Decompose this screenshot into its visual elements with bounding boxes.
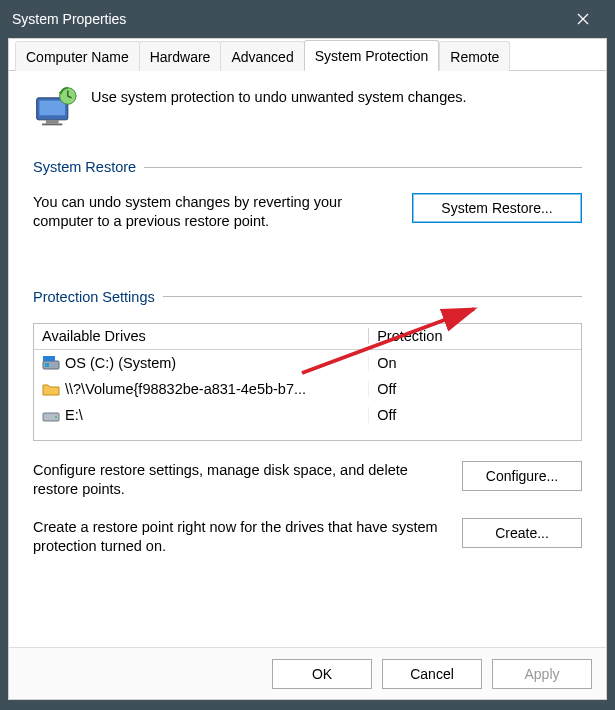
svg-rect-3 — [42, 124, 62, 126]
drive-name: E:\ — [65, 407, 83, 423]
ok-button[interactable]: OK — [272, 659, 372, 689]
drive-row[interactable]: \\?\Volume{f98832be-a831-4e5b-b7... Off — [34, 376, 581, 402]
drive-icon — [42, 407, 60, 423]
drive-protection: Off — [368, 381, 581, 397]
intro-row: Use system protection to undo unwanted s… — [33, 85, 582, 129]
system-restore-description: You can undo system changes by reverting… — [33, 193, 394, 231]
group-header: Protection Settings — [33, 289, 582, 305]
protection-settings-group: Protection Settings Available Drives Pro… — [33, 289, 582, 557]
apply-button[interactable]: Apply — [492, 659, 592, 689]
divider — [144, 167, 582, 168]
drive-row[interactable]: E:\ Off — [34, 402, 581, 428]
group-header: System Restore — [33, 159, 582, 175]
create-row: Create a restore point right now for the… — [33, 518, 582, 557]
svg-rect-1 — [39, 101, 65, 116]
drive-name: OS (C:) (System) — [65, 355, 176, 371]
drive-protection: Off — [368, 407, 581, 423]
cancel-button[interactable]: Cancel — [382, 659, 482, 689]
close-icon — [577, 13, 589, 25]
create-button[interactable]: Create... — [462, 518, 582, 548]
svg-point-9 — [55, 416, 57, 418]
drive-name: \\?\Volume{f98832be-a831-4e5b-b7... — [65, 381, 306, 397]
window-title: System Properties — [12, 11, 563, 27]
drives-list[interactable]: Available Drives Protection OS (C:) (Sys… — [33, 323, 582, 441]
column-protection[interactable]: Protection — [368, 328, 581, 344]
divider — [163, 296, 582, 297]
tab-advanced[interactable]: Advanced — [220, 41, 304, 71]
tab-computer-name[interactable]: Computer Name — [15, 41, 140, 71]
drive-protection: On — [368, 355, 581, 371]
configure-row: Configure restore settings, manage disk … — [33, 461, 582, 500]
column-available-drives[interactable]: Available Drives — [34, 328, 368, 344]
system-properties-window: System Properties Computer Name Hardware… — [0, 0, 615, 710]
svg-rect-7 — [45, 363, 49, 367]
create-description: Create a restore point right now for the… — [33, 518, 444, 557]
configure-description: Configure restore settings, manage disk … — [33, 461, 444, 500]
intro-text: Use system protection to undo unwanted s… — [91, 85, 467, 105]
system-restore-group: System Restore You can undo system chang… — [33, 159, 582, 231]
folder-icon — [42, 381, 60, 397]
tab-remote[interactable]: Remote — [439, 41, 510, 71]
configure-button[interactable]: Configure... — [462, 461, 582, 491]
svg-rect-6 — [43, 356, 55, 361]
drives-header-row: Available Drives Protection — [34, 324, 581, 350]
drive-row[interactable]: OS (C:) (System) On — [34, 350, 581, 376]
close-button[interactable] — [563, 0, 603, 38]
system-restore-title: System Restore — [33, 159, 136, 175]
system-restore-button[interactable]: System Restore... — [412, 193, 582, 223]
client-area: Computer Name Hardware Advanced System P… — [8, 38, 607, 700]
tab-system-protection[interactable]: System Protection — [304, 40, 440, 71]
dialog-button-bar: OK Cancel Apply — [9, 647, 606, 699]
system-protection-icon — [33, 85, 77, 129]
svg-rect-2 — [46, 120, 59, 124]
tab-hardware[interactable]: Hardware — [139, 41, 222, 71]
tab-content: Use system protection to undo unwanted s… — [9, 71, 606, 647]
protection-settings-title: Protection Settings — [33, 289, 155, 305]
titlebar: System Properties — [0, 0, 615, 38]
tab-strip: Computer Name Hardware Advanced System P… — [9, 39, 606, 71]
os-drive-icon — [42, 355, 60, 371]
